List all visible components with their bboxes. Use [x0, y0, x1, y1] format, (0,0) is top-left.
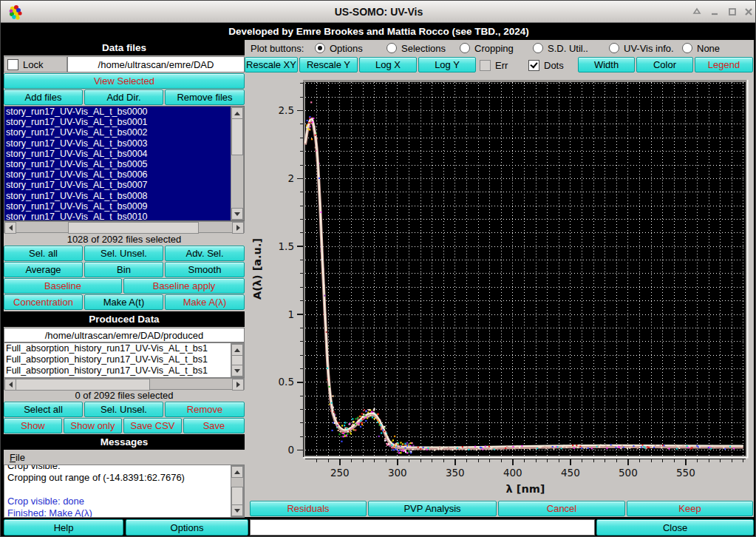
close-button[interactable]	[742, 5, 755, 18]
keep-button[interactable]: Keep	[627, 501, 753, 516]
dots-checkbox[interactable]: Dots	[528, 57, 564, 73]
list-item[interactable]: story_run17_UV-Vis_AL_t_bs0010	[4, 212, 232, 220]
shade-button[interactable]	[690, 5, 704, 18]
list-item[interactable]: Full_absorption_history_run17_UV-Vis_AL_…	[4, 354, 232, 365]
close-window-button[interactable]: Close	[596, 519, 754, 536]
uvvis-plot[interactable]: 00.511.522.5250300350400450500550λ [nm]A…	[245, 75, 754, 500]
log-y-button[interactable]: Log Y	[418, 57, 476, 72]
list-item[interactable]: story_run17_UV-Vis_AL_t_bs0006	[4, 169, 232, 180]
svg-text:1.5: 1.5	[279, 240, 294, 252]
pvp-analysis-button[interactable]: PVP Analysis	[368, 501, 497, 516]
legend-button[interactable]: Legend	[695, 57, 753, 72]
residuals-button[interactable]: Residuals	[250, 501, 367, 516]
maximize-button[interactable]	[726, 5, 739, 18]
scroll-right-icon[interactable]	[232, 222, 244, 234]
left-panel: Data files Lock /home/ultrascan/emre/DAD…	[4, 40, 245, 518]
width-button[interactable]: Width	[578, 57, 635, 72]
radio-uvvis-info[interactable]: UV-Vis info.	[609, 40, 674, 56]
save-csv-button[interactable]: Save CSV	[123, 418, 182, 433]
scroll-left-icon[interactable]	[4, 222, 16, 234]
save-button[interactable]: Save	[183, 418, 245, 433]
progress-bar	[250, 519, 595, 536]
files-hscrollbar[interactable]	[4, 221, 245, 233]
options-button[interactable]: Options	[126, 519, 248, 536]
make-at-button[interactable]: Make A(t)	[84, 294, 163, 310]
smooth-button[interactable]: Smooth	[165, 262, 245, 277]
list-item[interactable]: story_run17_UV-Vis_AL_t_bs0003	[4, 138, 232, 149]
sel-all-button[interactable]: Sel. all	[4, 246, 83, 261]
cancel-button[interactable]: Cancel	[498, 501, 625, 516]
adv-sel-button[interactable]: Adv. Sel.	[165, 246, 245, 261]
list-item[interactable]: story_run17_UV-Vis_AL_t_bs0005	[4, 159, 232, 169]
baseline-button[interactable]: Baseline	[4, 278, 122, 294]
message-line: Cropping out range of (-14.8391:62.7676)	[7, 472, 231, 484]
produced-sel-unsel-button[interactable]: Sel. Unsel.	[84, 402, 163, 417]
scroll-up-icon[interactable]	[231, 466, 243, 478]
list-item[interactable]: Full_absorption_history_run17_UV-Vis_AL_…	[4, 365, 232, 376]
scroll-thumb[interactable]	[16, 379, 150, 391]
remove-button[interactable]: Remove	[165, 402, 245, 417]
concentration-button[interactable]: Concentration	[4, 294, 83, 310]
scroll-down-icon[interactable]	[231, 504, 243, 516]
scroll-thumb[interactable]	[231, 118, 243, 155]
remove-files-button[interactable]: Remove files	[165, 90, 245, 105]
sel-unsel-button[interactable]: Sel. Unsel.	[84, 246, 163, 261]
show-only-button[interactable]: Show only	[64, 418, 122, 433]
add-dir-button[interactable]: Add Dir.	[84, 90, 163, 105]
produced-files-list[interactable]: Full_absorption_history_run17_UV-Vis_AL_…	[4, 342, 245, 378]
lock-checkbox[interactable]: Lock	[4, 56, 67, 72]
maximize-icon	[728, 7, 737, 16]
make-al-button[interactable]: Make A(λ)	[165, 294, 245, 310]
list-item[interactable]: story_run17_UV-Vis_AL_t_bs0008	[4, 191, 232, 201]
files-selected-count: 1028 of 2092 files selected	[4, 234, 245, 245]
list-item[interactable]: story_run17_UV-Vis_AL_t_bs0009	[4, 201, 232, 212]
produced-vscrollbar[interactable]	[231, 343, 244, 377]
rescale-y-button[interactable]: Rescale Y	[299, 57, 358, 72]
log-x-button[interactable]: Log X	[359, 57, 417, 72]
messages-header: Messages	[4, 434, 245, 450]
radio-sd-util[interactable]: S.D. Util..	[533, 40, 588, 56]
list-item[interactable]: story_run17_UV-Vis_AL_t_bs0004	[4, 149, 232, 159]
help-button[interactable]: Help	[4, 519, 123, 536]
radio-none[interactable]: None	[682, 40, 720, 56]
scroll-down-icon[interactable]	[231, 208, 243, 220]
radio-cropping[interactable]: Cropping	[460, 40, 514, 56]
scroll-right-icon[interactable]	[232, 379, 244, 391]
lock-checkbox-box	[7, 59, 18, 70]
radio-selections[interactable]: Selections	[386, 40, 446, 56]
add-files-button[interactable]: Add files	[4, 90, 83, 105]
radio-options[interactable]: Options	[315, 40, 363, 56]
scroll-up-icon[interactable]	[231, 344, 243, 356]
list-item[interactable]: story_run17_UV-Vis_AL_t_bs0007	[4, 180, 232, 190]
data-dir-path: /home/ultrascan/emre/DAD	[67, 56, 245, 72]
baseline-apply-button[interactable]: Baseline apply	[123, 278, 245, 294]
list-item[interactable]: Full_absorption_history_run17_UV-Vis_AL_…	[4, 343, 232, 354]
lock-label: Lock	[23, 59, 43, 70]
scroll-up-icon[interactable]	[231, 107, 243, 119]
produced-dir-path: /home/ultrascan/emre/DAD/produced	[4, 328, 245, 342]
messages-box[interactable]: Crop visible: Cropping out range of (-14…	[4, 465, 245, 518]
err-checkbox[interactable]: Err	[480, 57, 508, 73]
color-button[interactable]: Color	[636, 57, 693, 72]
scroll-down-icon[interactable]	[231, 365, 243, 376]
data-files-list[interactable]: story_run17_UV-Vis_AL_t_bs0000 story_run…	[4, 106, 245, 221]
svg-text:450: 450	[561, 467, 580, 479]
average-button[interactable]: Average	[4, 262, 83, 277]
list-item[interactable]: story_run17_UV-Vis_AL_t_bs0001	[4, 117, 232, 127]
scroll-thumb[interactable]	[68, 222, 199, 234]
files-vscrollbar[interactable]	[231, 107, 244, 220]
minimize-button[interactable]	[708, 5, 721, 18]
list-item[interactable]: story_run17_UV-Vis_AL_t_bs0000	[4, 107, 232, 117]
rescale-xy-button[interactable]: Rescale XY	[245, 57, 298, 72]
bin-button[interactable]: Bin	[84, 262, 163, 277]
show-button[interactable]: Show	[4, 418, 62, 433]
list-item[interactable]: story_run17_UV-Vis_AL_t_bs0002	[4, 127, 232, 138]
file-menu[interactable]: File	[10, 452, 25, 463]
scroll-thumb[interactable]	[231, 487, 243, 506]
view-selected-button[interactable]: View Selected	[4, 73, 245, 89]
scroll-left-icon[interactable]	[4, 379, 16, 391]
produced-hscrollbar[interactable]	[4, 378, 245, 390]
messages-vscrollbar[interactable]	[231, 465, 244, 517]
message-line: Crop visible:	[7, 465, 231, 472]
select-all-button[interactable]: Select all	[4, 402, 83, 417]
